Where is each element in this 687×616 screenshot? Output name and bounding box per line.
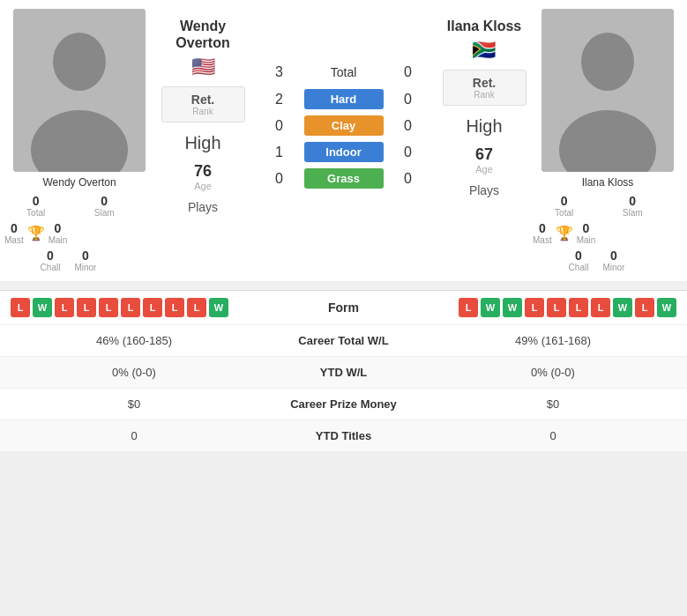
svg-point-1 — [53, 33, 106, 91]
right-rank-box: Ret. Rank — [443, 70, 526, 106]
form-badge-l: L — [11, 298, 30, 317]
right-mast-val: 0 Mast 🏆 0 Main — [533, 221, 595, 245]
right-age-block: 67 Age — [443, 145, 526, 174]
right-rank-value: Ret. — [452, 76, 517, 90]
stat-left-value: 0% (0-0) — [11, 366, 258, 379]
form-section: LWLLLLLLLW Form LWWLLLLWLW — [0, 290, 687, 324]
center-surface-col: 3 Total 0 2 Hard 0 0 Clay 0 1 — [251, 9, 436, 272]
indoor-badge: Indoor — [304, 142, 384, 162]
right-player-photo-col: Ilana Kloss 0 Total 0 Slam 0 Mast 🏆 — [533, 9, 683, 272]
left-form-badges: LWLLLLLLLW — [11, 298, 228, 317]
left-high-label: High — [161, 133, 245, 153]
right-hard-score: 0 — [391, 92, 426, 108]
right-clay-score: 0 — [391, 118, 426, 134]
left-rank-value: Ret. — [171, 93, 235, 107]
form-badge-l: L — [547, 298, 566, 317]
stat-left-value: 46% (160-185) — [11, 334, 258, 347]
stat-right-value: 49% (161-168) — [429, 334, 676, 347]
stat-center-label: Career Prize Money — [258, 397, 429, 411]
right-slam-val: 0 Slam — [604, 194, 661, 218]
left-player-stats: 0 Total 0 Slam 0 Mast 🏆 0 Main — [4, 194, 132, 272]
form-badge-l: L — [99, 298, 118, 317]
right-player-avatar — [541, 9, 674, 172]
form-badge-l: L — [143, 298, 162, 317]
left-grass-score: 0 — [262, 171, 297, 187]
left-player-name-header: Wendy Overton — [175, 18, 229, 51]
total-badge: Total — [304, 62, 384, 83]
left-total-score: 3 — [262, 64, 297, 80]
form-badge-w: W — [503, 298, 522, 317]
stat-right-value: 0% (0-0) — [429, 366, 676, 379]
left-flag: 🇺🇸 — [175, 56, 229, 78]
form-badge-l: L — [569, 298, 588, 317]
form-badge-w: W — [613, 298, 632, 317]
stat-right-value: 0 — [429, 429, 676, 442]
bottom-stats-row: $0 Career Prize Money $0 — [0, 388, 687, 419]
left-trophy-icon: 🏆 — [27, 225, 45, 241]
bottom-stats-row: 0 YTD Titles 0 — [0, 419, 687, 451]
left-rank-box: Ret. Rank — [161, 86, 245, 122]
form-badge-w: W — [657, 298, 676, 317]
left-player-avatar — [13, 9, 146, 172]
stat-center-label: YTD W/L — [258, 366, 429, 379]
right-rank-label: Rank — [452, 90, 517, 100]
surface-clay-row: 0 Clay 0 — [251, 115, 436, 136]
grass-badge: Grass — [304, 168, 384, 189]
left-player-photo-col: Wendy Overton 0 Total 0 Slam 0 Mast 🏆 — [4, 9, 154, 272]
left-age-block: 76 Age — [161, 162, 245, 191]
stat-center-label: Career Total W/L — [258, 334, 429, 347]
form-badge-l: L — [459, 298, 478, 317]
main-container: Wendy Overton 0 Total 0 Slam 0 Mast 🏆 — [0, 0, 687, 451]
form-badge-w: W — [33, 298, 52, 317]
right-plays-label: Plays — [443, 183, 526, 197]
form-badge-l: L — [525, 298, 544, 317]
left-plays-label: Plays — [161, 200, 245, 214]
left-indoor-score: 1 — [262, 145, 297, 160]
right-chall-minor: 0 Chall 0 Minor — [533, 249, 661, 272]
form-badge-l: L — [55, 298, 74, 317]
hard-badge: Hard — [304, 89, 384, 109]
surface-indoor-row: 1 Indoor 0 — [251, 142, 436, 162]
left-chall-minor: 0 Chall 0 Minor — [4, 249, 132, 272]
bottom-stats-row: 0% (0-0) YTD W/L 0% (0-0) — [0, 356, 687, 388]
right-player-name: Ilana Kloss — [533, 176, 683, 189]
form-badge-l: L — [635, 298, 654, 317]
left-total-val: 0 Total — [4, 194, 67, 218]
right-total-val: 0 Total — [533, 194, 595, 218]
left-stats-col: Wendy Overton 🇺🇸 Ret. Rank High 76 Age P… — [154, 9, 251, 272]
form-badge-l: L — [77, 298, 96, 317]
surface-total-row: 3 Total 0 — [251, 62, 436, 83]
right-indoor-score: 0 — [391, 145, 426, 160]
right-form-badges: LWWLLLLWLW — [459, 298, 676, 317]
stat-left-value: $0 — [11, 397, 258, 411]
player-comparison-area: Wendy Overton 0 Total 0 Slam 0 Mast 🏆 — [0, 0, 687, 283]
right-grass-score: 0 — [391, 171, 426, 187]
surface-hard-row: 2 Hard 0 — [251, 89, 436, 109]
right-player-name-header: Ilana Kloss — [447, 18, 521, 34]
right-high-label: High — [443, 116, 526, 137]
left-hard-score: 2 — [262, 92, 297, 108]
right-trophy-icon: 🏆 — [556, 225, 573, 241]
form-badge-l: L — [591, 298, 610, 317]
form-badge-w: W — [209, 298, 228, 317]
form-badge-l: L — [121, 298, 140, 317]
svg-point-4 — [581, 33, 634, 91]
left-mast-val: 0 Mast 🏆 0 Main — [4, 221, 67, 245]
right-player-stats: 0 Total 0 Slam 0 Mast 🏆 0 Main — [533, 194, 661, 272]
clay-badge: Clay — [304, 115, 384, 136]
form-badge-w: W — [481, 298, 500, 317]
right-flag: 🇿🇦 — [447, 39, 521, 62]
form-label: Form — [278, 301, 410, 315]
form-badge-l: L — [165, 298, 184, 317]
left-rank-label: Rank — [171, 107, 235, 116]
stat-left-value: 0 — [11, 429, 258, 442]
form-badge-l: L — [187, 298, 206, 317]
stat-right-value: $0 — [429, 397, 676, 411]
bottom-stats-row: 46% (160-185) Career Total W/L 49% (161-… — [0, 324, 687, 356]
left-clay-score: 0 — [262, 118, 297, 134]
left-slam-val: 0 Slam — [76, 194, 132, 218]
left-player-name: Wendy Overton — [4, 176, 154, 189]
bottom-stats-container: 46% (160-185) Career Total W/L 49% (161-… — [0, 324, 687, 451]
stat-center-label: YTD Titles — [258, 429, 429, 442]
surface-grass-row: 0 Grass 0 — [251, 168, 436, 189]
